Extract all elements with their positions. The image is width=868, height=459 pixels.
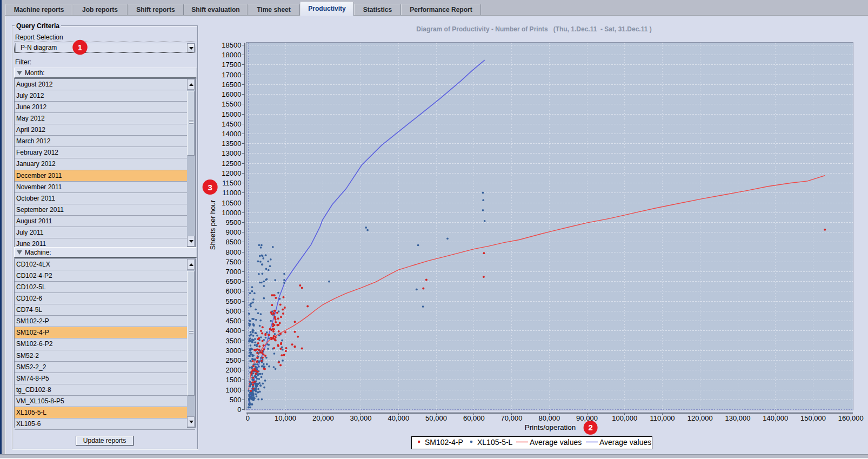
svg-text:SM102-4-P: SM102-4-P [425, 438, 463, 447]
svg-text:1500: 1500 [226, 376, 242, 384]
svg-text:1: 1 [78, 43, 82, 52]
svg-text:110,000: 110,000 [650, 414, 675, 422]
svg-text:16000: 16000 [222, 90, 241, 98]
svg-text:70,000: 70,000 [501, 414, 523, 422]
svg-text:9500: 9500 [226, 218, 242, 227]
svg-text:12500: 12500 [222, 159, 241, 168]
svg-text:7500: 7500 [226, 258, 242, 266]
svg-text:120,000: 120,000 [687, 414, 713, 422]
svg-text:5500: 5500 [226, 297, 242, 305]
svg-text:13000: 13000 [222, 149, 241, 157]
svg-text:20,000: 20,000 [312, 414, 334, 422]
svg-text:11500: 11500 [222, 179, 241, 187]
svg-text:Average values: Average values [530, 438, 582, 447]
svg-text:Average values: Average values [599, 438, 651, 447]
svg-text:60,000: 60,000 [463, 414, 485, 422]
svg-text:4500: 4500 [226, 317, 242, 325]
svg-text:12000: 12000 [222, 169, 241, 177]
svg-text:2: 2 [588, 423, 592, 432]
svg-text:40,000: 40,000 [388, 414, 409, 422]
svg-text:130,000: 130,000 [725, 414, 751, 422]
svg-text:10500: 10500 [222, 199, 241, 207]
svg-text:18000: 18000 [222, 51, 241, 59]
svg-text:16500: 16500 [222, 81, 241, 89]
svg-text:10000: 10000 [222, 209, 241, 217]
svg-text:2000: 2000 [226, 366, 242, 374]
svg-text:17500: 17500 [222, 61, 241, 69]
svg-text:18500: 18500 [222, 41, 241, 49]
svg-text:13500: 13500 [222, 139, 241, 148]
svg-text:10,000: 10,000 [275, 414, 296, 422]
svg-text:90,000: 90,000 [576, 414, 598, 422]
svg-text:500: 500 [230, 396, 242, 404]
svg-text:5000: 5000 [226, 307, 242, 315]
svg-text:3500: 3500 [226, 337, 242, 345]
svg-text:11000: 11000 [222, 189, 241, 197]
svg-text:0: 0 [246, 414, 250, 422]
svg-text:7000: 7000 [226, 268, 242, 276]
svg-text:100,000: 100,000 [612, 414, 637, 422]
svg-text:15000: 15000 [222, 110, 241, 118]
svg-text:2500: 2500 [226, 356, 242, 364]
svg-text:80,000: 80,000 [538, 414, 560, 422]
svg-text:17000: 17000 [222, 71, 241, 79]
svg-text:8500: 8500 [226, 238, 242, 246]
svg-text:160,000: 160,000 [838, 414, 864, 422]
svg-text:6000: 6000 [226, 287, 242, 295]
svg-text:50,000: 50,000 [425, 414, 447, 422]
svg-text:Diagram of Productivity - Numb: Diagram of Productivity - Number of Prin… [416, 25, 651, 33]
svg-text:3000: 3000 [226, 347, 242, 355]
svg-text:Prints/operation: Prints/operation [525, 423, 576, 431]
svg-text:3: 3 [208, 183, 212, 192]
svg-text:1000: 1000 [226, 386, 242, 394]
svg-text:9000: 9000 [226, 228, 242, 236]
svg-text:15500: 15500 [222, 100, 241, 108]
svg-text:4000: 4000 [226, 327, 242, 335]
svg-text:140,000: 140,000 [763, 414, 788, 422]
svg-text:14500: 14500 [222, 120, 241, 128]
svg-text:150,000: 150,000 [800, 414, 826, 422]
svg-text:30,000: 30,000 [350, 414, 372, 422]
svg-text:14000: 14000 [222, 130, 241, 138]
svg-text:XL105-5-L: XL105-5-L [477, 438, 513, 447]
svg-text:6500: 6500 [226, 277, 242, 285]
svg-text:Sheets per hour: Sheets per hour [209, 199, 217, 250]
svg-text:0: 0 [237, 405, 241, 414]
svg-text:8000: 8000 [226, 248, 242, 256]
